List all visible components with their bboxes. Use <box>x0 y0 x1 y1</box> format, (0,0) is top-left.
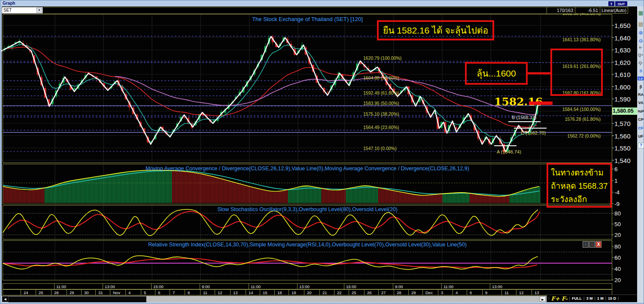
macd-title: Moving Average Convergence / Divergence(… <box>3 166 612 172</box>
rsi-axis-label: 20 <box>614 277 621 283</box>
data-table-icon[interactable]: ▦ <box>637 10 644 16</box>
font-minus-button[interactable]: F- <box>562 295 568 302</box>
separator: | <box>618 296 619 301</box>
date-label: 12 <box>519 290 524 295</box>
date-label: 18 <box>277 290 282 295</box>
date-label: Nov <box>113 290 120 295</box>
ra-button[interactable]: RA <box>637 92 644 97</box>
indicator-down-button[interactable]: ↓ <box>589 241 595 248</box>
fib-level-label: 1604.88 (78.60%) <box>363 75 399 80</box>
date-label: 11 <box>203 290 207 295</box>
scroll-right-button[interactable]: ▶ <box>540 296 546 302</box>
scale-mode[interactable]: Linear(Auto) <box>600 7 628 14</box>
chart-title: The Stock Exchange of Thailand (SET) [12… <box>3 16 612 22</box>
scrollbar-thumb[interactable] <box>8 296 146 303</box>
annotation-target-1600: ลุ้น...1600 <box>465 62 528 85</box>
indicator-close-button[interactable]: X <box>595 241 601 248</box>
fib-projection-label: 1641.13 (361.80%) <box>550 37 601 42</box>
date-label: 20 <box>307 290 312 295</box>
session-time-label: 11:00 <box>444 284 453 289</box>
window-title: Graph <box>3 1 15 6</box>
add-circle-icon[interactable]: ⊕ <box>637 30 644 36</box>
cf-button[interactable]: CF <box>637 126 644 130</box>
pointer-mode-icon[interactable]: ĸ- <box>637 45 644 49</box>
zoom-in-icon[interactable]: Q+ <box>637 53 644 57</box>
date-label: 12 <box>218 290 222 295</box>
range-button-3m[interactable]: 3 M <box>586 296 592 301</box>
help-button[interactable]: ? <box>638 143 644 148</box>
macd-axis-label: 6 <box>614 166 618 172</box>
symbol-value: SET <box>3 8 12 12</box>
chevron-down-icon[interactable]: ▼ <box>36 8 42 13</box>
time-axis-sessions: 11:0013:0015:009:0011:0013:0015:009:0011… <box>3 283 612 289</box>
va-button[interactable]: VA <box>637 101 644 105</box>
annotation-fib-box <box>550 49 603 96</box>
fib-level-label: 1575.10 (38.20%) <box>363 111 399 117</box>
price-axis-label: 1,570 <box>614 120 631 127</box>
macd-axis-label: -9 <box>614 201 620 207</box>
uf-button[interactable]: UF <box>637 134 644 138</box>
chart-background <box>2 6 637 296</box>
list-icon[interactable]: ≡ <box>637 68 644 74</box>
folder-icon[interactable]: ▤ <box>637 21 644 27</box>
rsi-axis-label: 80 <box>614 243 621 250</box>
percent-p-button[interactable]: %P <box>637 109 644 114</box>
date-label: 15 <box>263 290 267 295</box>
range-button-bar: ⁞ F+ F- |FULL|3 M|1 M|15 D| <box>547 295 638 302</box>
macd-axis-label: 1 <box>614 178 618 184</box>
cp-button[interactable]: CP <box>637 117 644 122</box>
price-axis-label: 1,550 <box>614 144 631 152</box>
fib-projection-label: 1576.28 (61.80%) <box>550 117 601 122</box>
date-label: 4 <box>456 290 458 295</box>
session-time-label: 11:00 <box>251 284 261 289</box>
stoch-axis-label: 50 <box>614 221 621 227</box>
out-button[interactable]: OUT <box>615 1 627 6</box>
date-label: 25 <box>39 290 43 295</box>
date-label: 26 <box>367 290 372 295</box>
horizontal-scrollbar[interactable]: ◀ ▶ <box>2 296 547 302</box>
price-axis-label: 1,640 <box>614 34 631 42</box>
point-c-label: C (1562.70) <box>521 130 546 135</box>
point-b-label: B (1568.37) <box>512 115 536 120</box>
range-button-full[interactable]: FULL <box>572 296 582 301</box>
fib-level-label: 1564.49 (23.60%) <box>363 125 399 130</box>
separator: | <box>594 296 595 301</box>
window-frame-bottom <box>0 302 644 304</box>
zoom-out-icon[interactable]: Q- <box>637 61 644 65</box>
indicator-up-button[interactable]: ↑ <box>583 241 589 248</box>
date-label: 5 <box>144 290 146 295</box>
annotation-top: ยืน 1582.16 ได้ จะลุ้นไปต่อ <box>377 20 494 40</box>
point-a-label: A (1546.74) <box>497 149 521 154</box>
separator: | <box>605 296 606 301</box>
date-label: 30 <box>84 290 89 295</box>
price-axis-label: 1,620 <box>614 59 631 66</box>
last-price-tag: 1,580.05 <box>612 107 637 115</box>
stat-bars: 170/163 <box>547 7 575 14</box>
price-axis-label: 1,540 <box>614 157 631 164</box>
range-button-1m[interactable]: 1 M <box>597 296 604 301</box>
remove-circle-icon[interactable]: ⊖ <box>637 38 644 44</box>
fib-projection-label: 1562.72 (0.00%) <box>550 133 601 138</box>
beta-button[interactable]: β <box>637 85 644 89</box>
date-label: 21 <box>322 290 327 295</box>
date-label: 11 <box>504 290 509 295</box>
symbol-select[interactable]: SET ▼ <box>2 7 43 14</box>
side-toolbar: ▦▤⊕⊖ĸ-Q+Q-≡LsβRAVA%PCPCFUF? <box>637 6 644 302</box>
date-label: 9 <box>485 290 487 295</box>
date-label: 13 <box>535 290 539 295</box>
session-time-label: 11:00 <box>56 284 66 289</box>
date-label: 25 <box>352 290 356 295</box>
rsi-title: Relative Strength Index(CLOSE,14,30,70),… <box>3 242 612 248</box>
date-label: Dec <box>425 290 433 295</box>
date-label: 29 <box>70 290 74 295</box>
date-label: 28 <box>54 290 59 295</box>
date-label: 13 <box>233 290 238 295</box>
range-button-15d[interactable]: 15 D <box>608 296 616 301</box>
price-axis-label: 1,560 <box>614 132 631 140</box>
line-style-button[interactable]: Ls <box>638 77 644 80</box>
breakout-marker <box>529 101 553 105</box>
session-time-label: 15:00 <box>153 284 164 289</box>
scroll-left-button[interactable]: ◀ <box>2 296 8 302</box>
font-plus-button[interactable]: F+ <box>551 295 560 302</box>
t-button[interactable]: T <box>608 1 614 6</box>
